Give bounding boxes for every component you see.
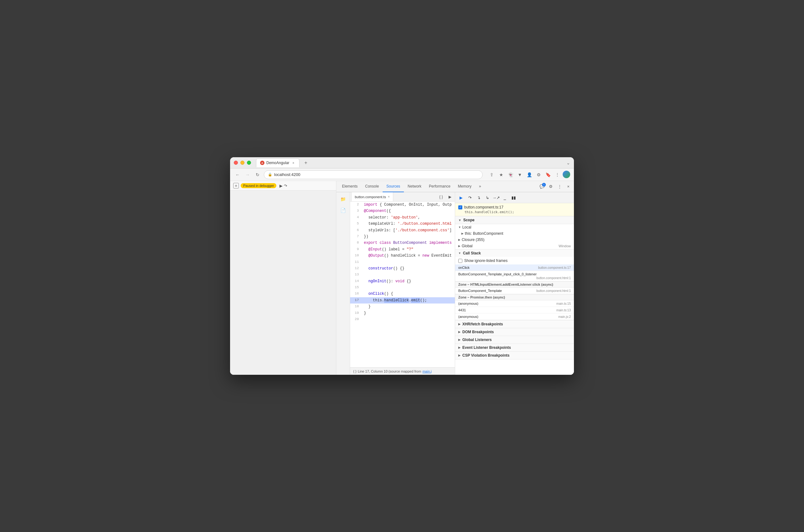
callstack-frame-template-listener[interactable]: ButtonComponent_Template_input_click_0_l… xyxy=(455,271,574,281)
step-out-button[interactable]: ↳ xyxy=(484,194,491,201)
tab-title: DemoAngular xyxy=(266,161,289,165)
paused-bar: + Paused in debugger ▶ ↷ xyxy=(230,181,336,191)
scope-section-header[interactable]: ▼ Scope xyxy=(455,216,574,224)
editor-play-button[interactable]: ▶ xyxy=(446,193,454,201)
pause-exception-button[interactable]: ▮▮ xyxy=(510,194,517,201)
back-button[interactable]: ← xyxy=(234,171,241,178)
callstack-frame-onclick[interactable]: onClick button.component.ts:17 xyxy=(455,264,574,271)
refresh-button[interactable]: ↻ xyxy=(254,171,261,178)
code-line-19: 19 } xyxy=(350,310,455,316)
tab-performance[interactable]: Performance xyxy=(425,181,454,192)
call-stack-header[interactable]: ▼ Call Stack xyxy=(455,249,574,257)
event-listeners-label: Event Listener Breakpoints xyxy=(462,345,511,350)
scope-arrow-icon: ▼ xyxy=(458,218,461,222)
local-arrow-icon: ▼ xyxy=(458,226,461,229)
callstack-frame-anon2[interactable]: (anonymous) main.js:2 xyxy=(455,314,574,320)
callstack-frame-4431[interactable]: 4431 main.ts:13 xyxy=(455,307,574,314)
address-field[interactable]: 🔒 localhost:4200 xyxy=(264,170,483,179)
xhr-breakpoints-header[interactable]: ▶ XHR/fetch Breakpoints xyxy=(455,320,574,328)
breakpoint-checkbox[interactable]: ✓ xyxy=(458,205,462,209)
csp-breakpoints-header[interactable]: ▶ CSP Violation Breakpoints xyxy=(455,352,574,359)
deactivate-button[interactable]: ⎯ xyxy=(501,194,508,201)
bookmark-button[interactable]: ★ xyxy=(497,171,505,179)
bookmark2-button[interactable]: 🔖 xyxy=(544,171,552,179)
global-listeners-section: ▶ Global Listeners xyxy=(455,336,574,344)
debug-toolbar: ▶ ↷ ↴ ↳ →↗ ⎯ ▮▮ xyxy=(455,192,574,203)
main-content: + Paused in debugger ▶ ↷ Elements Consol… xyxy=(230,181,574,375)
url-text: localhost:4200 xyxy=(274,172,301,177)
settings-button[interactable]: ⚙ xyxy=(547,183,555,190)
editor-position-text: Line 17, Column 10 (source mapped from xyxy=(358,369,421,373)
breakpoint-item: ✓ button.component.ts:17 this.handleClic… xyxy=(455,203,574,216)
tab-more[interactable]: » xyxy=(475,181,485,192)
csp-breakpoints-label: CSP Violation Breakpoints xyxy=(462,353,510,358)
close-devtools-button[interactable]: × xyxy=(564,183,572,190)
local-scope-header[interactable]: ▼ Local xyxy=(455,224,574,230)
async-zone-promise: Zone – Promise.then (async) xyxy=(455,294,574,300)
sources-layout: 📁 📄 button.component.ts × { } ▶ xyxy=(336,192,574,375)
step-into-button[interactable]: ↴ xyxy=(475,194,482,201)
tab-sources[interactable]: Sources xyxy=(383,181,404,192)
maximize-button[interactable] xyxy=(247,161,251,165)
global-scope-value: Window xyxy=(559,244,571,248)
ignore-frames-input[interactable] xyxy=(458,259,462,263)
global-scope-title: Global xyxy=(462,244,473,248)
frame-file-4431: main.ts:13 xyxy=(556,308,571,312)
callstack-arrow-icon: ▼ xyxy=(458,252,461,255)
xhr-breakpoints-section: ▶ XHR/fetch Breakpoints xyxy=(455,320,574,328)
close-button[interactable] xyxy=(234,161,238,165)
devtools-controls: 💬 1 ⚙ ⋮ × xyxy=(538,183,572,190)
tab-elements[interactable]: Elements xyxy=(338,181,361,192)
file-navigator-button[interactable]: 📁 xyxy=(339,195,348,204)
share-button[interactable]: ⇪ xyxy=(487,171,496,179)
forward-button[interactable]: → xyxy=(244,171,251,178)
tab-network[interactable]: Network xyxy=(404,181,425,192)
dom-breakpoints-header[interactable]: ▶ DOM Breakpoints xyxy=(455,328,574,336)
resume-button[interactable]: ▶ xyxy=(458,194,464,201)
event-listeners-header[interactable]: ▶ Event Listener Breakpoints xyxy=(455,344,574,352)
closure-scope-header[interactable]: ▶ Closure (355) xyxy=(455,236,574,243)
console-badge-button[interactable]: 💬 1 xyxy=(538,183,546,190)
paused-status-text: Paused in debugger xyxy=(243,184,274,188)
callstack-frame-anon1[interactable]: (anonymous) main.ts:15 xyxy=(455,300,574,307)
resume-mini-button[interactable]: ▶ xyxy=(280,184,283,188)
tab-console[interactable]: Console xyxy=(361,181,383,192)
format-code-button[interactable]: { } xyxy=(437,193,445,201)
code-editor: button.component.ts × { } ▶ 2 import { C… xyxy=(350,192,455,375)
tab-bar: A DemoAngular × + xyxy=(256,158,309,167)
frame-fn-onclick: onClick xyxy=(458,266,470,269)
callstack-frame-template[interactable]: ButtonComponent_Template button.componen… xyxy=(455,288,574,294)
global-listeners-header[interactable]: ▶ Global Listeners xyxy=(455,336,574,343)
closure-arrow-icon: ▶ xyxy=(458,238,460,241)
browser-tab[interactable]: A DemoAngular × xyxy=(256,158,300,167)
window-expand-button[interactable]: ⌄ xyxy=(567,160,570,165)
editor-tab-file[interactable]: button.component.ts × xyxy=(351,192,393,201)
step-button[interactable]: →↗ xyxy=(493,194,499,201)
browser-menu-button[interactable]: ⋮ xyxy=(553,171,561,179)
snippets-button[interactable]: 📄 xyxy=(339,206,348,215)
step-over-button[interactable]: ↷ xyxy=(466,194,473,201)
global-scope-header[interactable]: ▶ Global Window xyxy=(455,243,574,249)
code-line-12: 12 constructor() {} xyxy=(350,265,455,272)
puzzle-icon[interactable]: ⚙ xyxy=(535,171,543,179)
breakpoint-file: button.component.ts:17 xyxy=(464,205,503,209)
frame-file-onclick: button.component.ts:17 xyxy=(538,266,571,269)
tab-close-button[interactable]: × xyxy=(291,161,295,165)
more-options-button[interactable]: ⋮ xyxy=(556,183,563,190)
frame-file-template: button.component.html:1 xyxy=(536,289,571,292)
tab-memory[interactable]: Memory xyxy=(454,181,475,192)
pause-controls: ▶ ↷ xyxy=(280,184,287,188)
extension-button[interactable]: 👻 xyxy=(506,171,515,179)
add-panel-button[interactable]: + xyxy=(233,183,239,189)
editor-tab-close-button[interactable]: × xyxy=(388,195,390,198)
extension2-button[interactable]: 👤 xyxy=(525,171,533,179)
profile-avatar[interactable] xyxy=(563,171,570,178)
frame-fn-4431: 4431 xyxy=(458,308,466,312)
minimize-button[interactable] xyxy=(241,161,245,165)
ignore-frames-checkbox[interactable]: Show ignore-listed frames xyxy=(455,257,574,264)
new-tab-button[interactable]: + xyxy=(302,159,309,167)
extensions-button[interactable]: ▼ xyxy=(516,171,524,179)
global-arrow-icon: ▶ xyxy=(458,244,460,248)
step-mini-button[interactable]: ↷ xyxy=(284,184,287,188)
source-map-link[interactable]: main.j xyxy=(422,369,432,373)
